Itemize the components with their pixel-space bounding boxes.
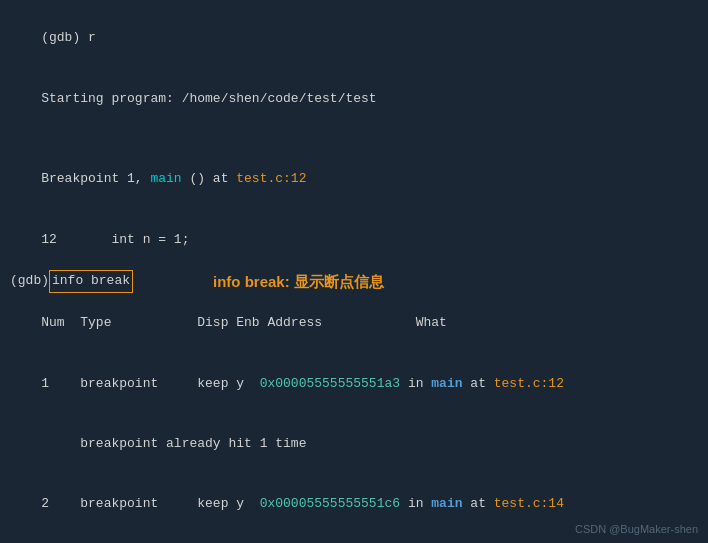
line-bp1-hit: Breakpoint 1, main () at test.c:12 (10, 149, 698, 209)
watermark: CSDN @BugMaker-shen (575, 523, 698, 535)
line-starting: Starting program: /home/shen/code/test/t… (10, 68, 698, 128)
line-gdb-r: (gdb) r (10, 8, 698, 68)
terminal: (gdb) r Starting program: /home/shen/cod… (10, 8, 698, 543)
line-bp-4: 4 breakpoint keep y 0x00005555555551ce i… (10, 535, 698, 543)
line-source: 12 int n = 1; (10, 209, 698, 269)
annotation-info-break: info break: 显示断点信息 (213, 270, 384, 293)
info-break-highlight: info break (49, 270, 133, 292)
line-info-break-cmd: (gdb) info break info break: 显示断点信息 (10, 270, 698, 293)
line-bp-1: 1 breakpoint keep y 0x00005555555551a3 i… (10, 354, 698, 414)
line-blank-1 (10, 129, 698, 149)
line-bp-1-hit: breakpoint already hit 1 time (10, 414, 698, 474)
line-header-1: Num Type Disp Enb Address What (10, 293, 698, 353)
